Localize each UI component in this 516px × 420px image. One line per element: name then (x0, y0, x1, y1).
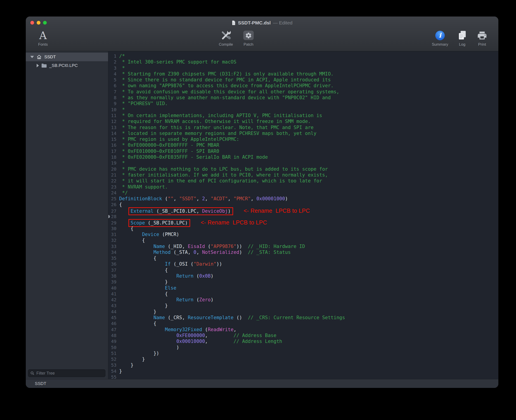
code-line: 26{ (108, 202, 498, 208)
app-window: SSDT-PMC.dsl — Edited A Fonts (26, 16, 498, 388)
code-line: 32 { (108, 237, 498, 243)
window-title: SSDT-PMC.dsl — Edited (232, 20, 292, 26)
documents-icon (457, 30, 467, 41)
line-number: 22 (108, 178, 116, 184)
code-editor[interactable]: 1/*2 * Intel 300-series PMC support for … (108, 51, 498, 379)
line-number: 2 (108, 59, 116, 65)
info-icon: i (435, 31, 445, 40)
code-line: 53 } (108, 362, 498, 368)
line-number: 4 (108, 71, 116, 77)
line-number: 17 (108, 148, 116, 154)
print-button[interactable]: Print (473, 29, 491, 47)
line-number: 6 (108, 83, 116, 89)
code-line: 3 * (108, 65, 498, 71)
line-number: 30 (108, 225, 116, 232)
print-label: Print (478, 42, 486, 47)
printer-icon (477, 30, 487, 41)
code-line: 48 0xFE000000, // Address Base (108, 332, 498, 338)
code-line: 24 */ (108, 190, 498, 196)
patch-button[interactable]: Patch (237, 29, 260, 47)
document-proxy-icon[interactable] (232, 20, 236, 25)
line-number: 10 (108, 107, 116, 112)
line-number: 43 (108, 303, 116, 308)
document-title: SSDT-PMC.dsl (238, 20, 271, 26)
line-number: 38 (108, 273, 116, 279)
fonts-letter-icon: A (39, 30, 46, 41)
summary-button[interactable]: i Summary (429, 29, 451, 47)
line-number: 46 (108, 321, 116, 326)
status-path: SSDT (35, 381, 46, 386)
compile-button[interactable]: Compile (215, 29, 237, 47)
line-number: 1 (108, 53, 116, 59)
code-line: 34 Method (_STA, 0, NotSerialized) // _S… (108, 249, 498, 255)
code-line: 17 * 0xFE010000~0xFE010FFF - SPI BAR0 (108, 148, 498, 154)
line-number: 33 (108, 243, 116, 249)
code-line: 1/* (108, 53, 498, 59)
filter-tree-input[interactable] (28, 369, 105, 377)
code-line: 50 ) (108, 345, 498, 350)
code-line: 31 Device (PMCR) (108, 232, 498, 237)
line-number: 19 (108, 160, 116, 166)
code-line: 8 * as they normally use another non-sta… (108, 95, 498, 101)
rename-annotation: <- Rename LPCB to LPC (201, 219, 267, 225)
line-number: 5 (108, 77, 116, 83)
line-number: 20 (108, 166, 116, 172)
log-button[interactable]: Log (453, 29, 471, 47)
line-number: 25 (108, 196, 116, 202)
line-number: 37 (108, 267, 116, 273)
titlebar[interactable]: SSDT-PMC.dsl — Edited (26, 16, 498, 29)
code-line: 49 0x00010000, // Address Length (108, 338, 498, 344)
code-line: 13 * The reason for this is rather uncle… (108, 125, 498, 130)
patch-label: Patch (243, 42, 253, 47)
line-number: 3 (108, 65, 116, 71)
line-number: 44 (108, 309, 116, 315)
line-number: 27 (108, 208, 116, 214)
line-number: 54 (108, 368, 116, 374)
close-button[interactable] (30, 21, 34, 25)
line-number: 9 (108, 101, 116, 106)
line-number: 32 (108, 237, 116, 243)
sidebar-item-sb-pci0-lpc[interactable]: _SB.PCI0.LPC (26, 61, 108, 70)
code-line: 55 (108, 374, 498, 379)
folder-icon (41, 63, 47, 68)
code-line: 42 Return (Zero) (108, 297, 498, 303)
log-label: Log (459, 42, 465, 47)
code-line: 21 * faster initialisation. If we add it… (108, 172, 498, 178)
line-number: 26 (108, 202, 116, 208)
code-line: 33 Name (_HID, EisaId ("APP9876")) // _H… (108, 243, 498, 249)
patch-chip (243, 31, 254, 40)
zoom-button[interactable] (43, 21, 47, 25)
line-number: 48 (108, 332, 116, 338)
code-line: 20 * PMC device has nothing to do to LPC… (108, 166, 498, 172)
code-line: 16 * 0xFE000000~0xFE00FFFF - PMC MBAR (108, 142, 498, 148)
disclosure-closed-icon[interactable] (37, 64, 39, 67)
line-number: 29 (108, 220, 116, 226)
code-line: 27 External (_SB_.PCI0.LPC, DeviceObj)<-… (108, 208, 498, 214)
compile-label: Compile (219, 42, 233, 47)
line-number: 47 (108, 327, 116, 332)
sidebar-item-label: SSDT (44, 54, 56, 60)
code-line: 7 * To avoid confusion we disable this d… (108, 89, 498, 95)
code-line: 23 * NVRAM support. (108, 184, 498, 190)
sidebar-item-ssdt[interactable]: SSDT (26, 53, 108, 61)
code-line: 40 Else (108, 285, 498, 291)
main-content: SSDT _SB.PCI0.LPC (26, 51, 498, 379)
rename-annotation: <- Rename LPCB to LPC (243, 208, 310, 214)
line-number: 51 (108, 350, 116, 356)
line-number: 13 (108, 125, 116, 130)
summary-label: Summary (432, 42, 448, 47)
code-line: 38 Return (0x0B) (108, 273, 498, 279)
code-line: 25DefinitionBlock ("", "SSDT", 2, "ACDT"… (108, 196, 498, 202)
code-line: 19 * (108, 160, 498, 166)
code-line: 43 } (108, 303, 498, 308)
disclosure-open-icon[interactable] (30, 56, 34, 58)
line-number: 15 (108, 136, 116, 142)
line-number: 11 (108, 112, 116, 119)
code-line: 51 }) (108, 350, 498, 356)
line-number: 31 (108, 232, 116, 237)
house-icon (36, 54, 42, 60)
code-line: 14 * located in separate memory regions … (108, 130, 498, 136)
minimize-button[interactable] (37, 21, 40, 25)
fonts-button[interactable]: A Fonts (32, 29, 54, 47)
line-number: 7 (108, 89, 116, 95)
